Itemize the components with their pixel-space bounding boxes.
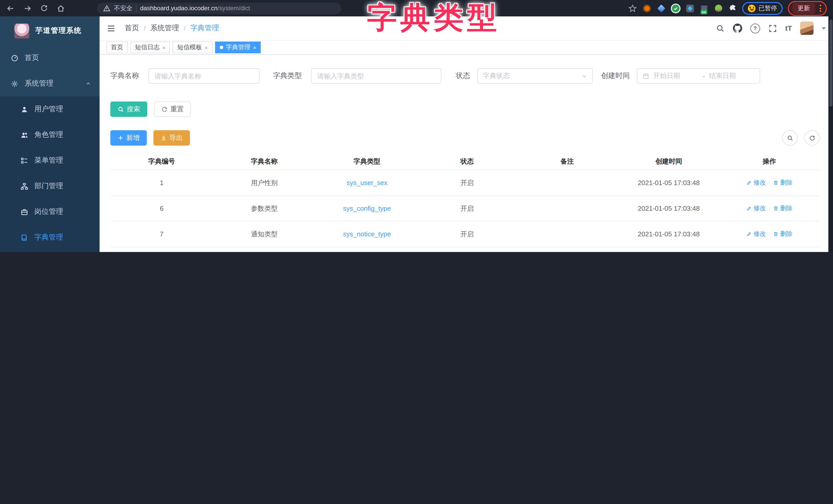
search-icon (118, 106, 124, 112)
sidebar-item-role-mgmt[interactable]: 角色管理 (0, 122, 100, 148)
browser-back-button[interactable] (6, 4, 15, 12)
sidebar: 芋道管理系统 首页 系统管理 用户管理 (0, 17, 100, 252)
browser-reload-button[interactable] (40, 4, 48, 12)
extension-on-icon[interactable]: on (699, 4, 709, 13)
close-icon[interactable]: × (253, 44, 256, 51)
close-icon[interactable]: × (205, 44, 208, 51)
sidebar-collapse-button[interactable] (107, 24, 116, 32)
export-button[interactable]: 导出 (153, 130, 190, 146)
address-bar[interactable]: 不安全 dashboard.yudao.iocoder.cn/system/di… (97, 2, 341, 14)
sidebar-item-dept-mgmt[interactable]: 部门管理 (0, 173, 100, 199)
home-icon (56, 4, 65, 12)
fullscreen-button[interactable] (768, 24, 777, 32)
col-status: 状态 (418, 153, 516, 170)
dict-type-link[interactable]: sys_config_type (343, 205, 391, 212)
browser-forward-button[interactable] (23, 4, 32, 12)
annotation-title: 字典类型 (367, 0, 500, 38)
col-dict-type: 字典类型 (316, 153, 418, 170)
download-icon (161, 135, 167, 141)
github-link[interactable] (733, 24, 742, 33)
extension-gem-icon[interactable] (657, 4, 666, 13)
breadcrumb-system[interactable]: 系统管理 (150, 24, 179, 33)
active-dot-icon (220, 46, 223, 49)
browser-update-button[interactable]: 更新 (792, 3, 815, 14)
search-button[interactable]: 搜索 (110, 102, 147, 117)
delete-button[interactable]: 删除 (773, 230, 792, 238)
forward-arrow-icon (23, 4, 32, 12)
app-logo-image (15, 23, 29, 38)
sidebar-item-system-mgmt[interactable]: 系统管理 (0, 71, 100, 96)
browser-scrollbar[interactable] (828, 17, 833, 252)
search-form: 字典名称 字典类型 状态 字典状态 创建时间 开始日期 - 结束日期 (110, 68, 820, 83)
calendar-icon (643, 73, 649, 79)
search-icon (716, 24, 725, 32)
tab-home[interactable]: 首页 (106, 42, 128, 53)
table-row: 7 通知类型 sys_notice_type 开启 2021-01-05 17:… (110, 221, 820, 247)
trash-icon (773, 206, 779, 211)
date-range-picker[interactable]: 开始日期 - 结束日期 (637, 68, 760, 83)
sidebar-item-user-mgmt[interactable]: 用户管理 (0, 96, 100, 122)
delete-button[interactable]: 删除 (773, 204, 792, 213)
dict-name-input[interactable] (148, 68, 260, 83)
dict-type-input[interactable] (311, 68, 442, 83)
tab-dict-mgmt[interactable]: 字典管理× (215, 42, 261, 53)
book-icon (21, 233, 28, 241)
font-size-button[interactable]: tT (785, 24, 792, 32)
col-dict-name: 字典名称 (213, 153, 316, 170)
sidebar-item-notice[interactable]: 通知公告 (0, 250, 100, 252)
user-avatar[interactable] (800, 22, 813, 35)
header-search-button[interactable] (716, 24, 725, 32)
refresh-table-button[interactable] (804, 130, 820, 146)
start-date-input[interactable]: 开始日期 (653, 71, 699, 80)
sidebar-item-post-mgmt[interactable]: 岗位管理 (0, 199, 100, 225)
user-icon (21, 105, 28, 113)
search-actions: 搜索 重置 (110, 102, 820, 117)
extension-orange-icon[interactable] (642, 4, 651, 13)
dict-type-link[interactable]: sys_notice_type (343, 230, 391, 238)
tab-sms-template[interactable]: 短信模板× (173, 42, 213, 53)
browser-menu-button[interactable] (818, 5, 822, 12)
help-button[interactable]: ? (751, 23, 760, 33)
add-button[interactable]: 新增 (110, 130, 147, 146)
end-date-input[interactable]: 结束日期 (709, 71, 755, 80)
profile-paused-annotation: 已暂停 (742, 2, 783, 15)
tab-sms-log[interactable]: 短信日志× (130, 42, 170, 53)
paused-badge: 已暂停 (759, 4, 777, 12)
status-select[interactable]: 字典状态 (477, 68, 593, 83)
avatar-caret-icon[interactable] (822, 27, 826, 29)
briefcase-icon (21, 208, 28, 216)
bookmark-star-button[interactable] (628, 4, 637, 12)
table-header-row: 字典编号 字典名称 字典类型 状态 备注 创建时间 操作 (110, 153, 820, 170)
dict-name-label: 字典名称 (110, 71, 141, 80)
extension-green-check-icon[interactable] (671, 4, 680, 13)
edit-button[interactable]: 修改 (746, 178, 766, 187)
profile-emoji-icon[interactable] (748, 4, 756, 12)
sidebar-item-menu-mgmt[interactable]: 菜单管理 (0, 148, 100, 173)
dict-type-link[interactable]: sys_user_sex (347, 179, 387, 186)
dict-table: 字典编号 字典名称 字典类型 状态 备注 创建时间 操作 1 用户性别 (110, 153, 820, 252)
github-icon (733, 24, 742, 33)
app-logo[interactable]: 芋道管理系统 (0, 17, 100, 45)
extension-diamond-icon[interactable] (685, 4, 694, 13)
reset-button[interactable]: 重置 (154, 102, 191, 117)
breadcrumb: 首页 / 系统管理 / 字典管理 (125, 24, 219, 33)
scrollbar-thumb[interactable] (829, 20, 832, 107)
users-icon (21, 131, 28, 139)
delete-button[interactable]: 删除 (773, 178, 792, 187)
search-icon (787, 134, 793, 141)
edit-button[interactable]: 修改 (746, 204, 766, 213)
edit-button[interactable]: 修改 (746, 230, 766, 238)
col-dict-id: 字典编号 (110, 153, 213, 170)
pencil-icon (746, 180, 752, 185)
refresh-icon (161, 106, 168, 112)
close-icon[interactable]: × (162, 44, 166, 51)
browser-home-button[interactable] (56, 4, 65, 12)
breadcrumb-home[interactable]: 首页 (125, 24, 139, 33)
sidebar-item-dict-mgmt[interactable]: 字典管理 (0, 225, 100, 250)
extension-leaf-icon[interactable] (714, 4, 723, 13)
sidebar-item-home[interactable]: 首页 (0, 45, 100, 71)
extensions-puzzle-button[interactable] (728, 4, 737, 12)
toggle-search-button[interactable] (782, 130, 798, 146)
reload-icon (40, 4, 48, 12)
breadcrumb-current: 字典管理 (190, 24, 219, 33)
